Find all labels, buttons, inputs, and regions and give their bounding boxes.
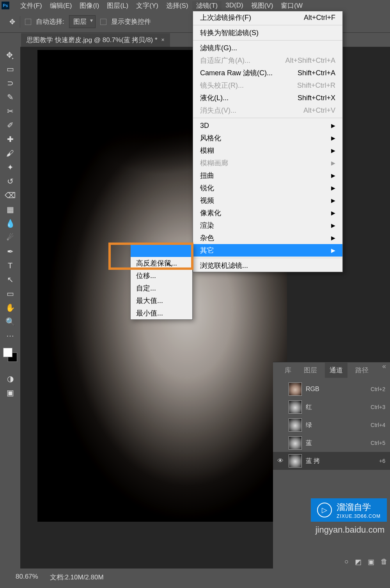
filter-noise[interactable]: 杂色▶ bbox=[193, 232, 342, 244]
save-selection-icon[interactable]: ◩ bbox=[355, 558, 362, 566]
screen-mode[interactable]: ▣ bbox=[3, 387, 18, 398]
zoom-tool[interactable]: 🔍 bbox=[3, 316, 18, 328]
fg-color[interactable] bbox=[3, 348, 12, 357]
menu-file[interactable]: 文件(F) bbox=[16, 1, 46, 10]
watermark-brand: 溜溜自学 bbox=[337, 501, 381, 513]
history-brush-tool[interactable]: ↺ bbox=[3, 175, 18, 187]
load-selection-icon[interactable]: ○ bbox=[344, 558, 349, 566]
menu-filter[interactable]: 滤镜(T) bbox=[192, 1, 222, 10]
filter-other[interactable]: 其它▶ bbox=[193, 244, 342, 257]
color-swatches[interactable] bbox=[3, 348, 17, 362]
filter-blur[interactable]: 模糊▶ bbox=[193, 144, 342, 157]
move-tool[interactable]: ✥▸ bbox=[3, 49, 18, 61]
menubar: Ps 文件(F) 编辑(E) 图像(I) 图层(L) 文字(Y) 选择(S) 滤… bbox=[0, 0, 390, 11]
submenu-offset[interactable]: 位移... bbox=[131, 269, 192, 282]
quick-select-tool[interactable]: ✎ bbox=[3, 91, 18, 103]
menu-3d[interactable]: 3D(D) bbox=[222, 2, 247, 9]
channels-list: RGB Ctrl+2 红 Ctrl+3 绿 Ctrl+4 蓝 Ctrl+5 👁 … bbox=[273, 378, 390, 472]
eyedropper-tool[interactable]: ✐ bbox=[3, 119, 18, 131]
tab-paths[interactable]: 路径 bbox=[351, 363, 373, 378]
trash-icon[interactable]: 🗑 bbox=[381, 558, 388, 566]
clone-tool[interactable]: ✦ bbox=[3, 161, 18, 173]
submenu-highpass[interactable]: 高反差保留... bbox=[131, 257, 192, 269]
channel-red[interactable]: 红 Ctrl+3 bbox=[273, 398, 390, 416]
channel-green[interactable]: 绿 Ctrl+4 bbox=[273, 416, 390, 434]
more-tools[interactable]: ⋯ bbox=[3, 330, 18, 342]
menu-window[interactable]: 窗口(W bbox=[277, 1, 307, 10]
eye-icon[interactable]: 👁 bbox=[276, 457, 285, 464]
filter-cameraraw[interactable]: Camera Raw 滤镜(C)...Shift+Ctrl+A bbox=[193, 67, 342, 79]
auto-select-checkbox[interactable] bbox=[25, 19, 31, 25]
auto-select-label: 自动选择: bbox=[36, 17, 64, 26]
filter-gallery[interactable]: 滤镜库(G)... bbox=[193, 42, 342, 54]
channel-shortcut: Ctrl+2 bbox=[370, 386, 385, 392]
filter-render[interactable]: 渲染▶ bbox=[193, 219, 342, 232]
filter-liquify[interactable]: 液化(L)...Shift+Ctrl+X bbox=[193, 92, 342, 104]
filter-dropdown: 上次滤镜操作(F)Alt+Ctrl+F 转换为智能滤镜(S) 滤镜库(G)...… bbox=[193, 11, 343, 272]
quick-mask[interactable]: ◑ bbox=[3, 373, 18, 384]
show-transform-label: 显示变换控件 bbox=[111, 17, 151, 26]
channel-thumb bbox=[289, 400, 302, 414]
path-select-tool[interactable]: ↖ bbox=[3, 274, 18, 285]
crop-tool[interactable]: ✂ bbox=[3, 105, 18, 117]
tools-panel: ✥▸ ▭ ⊃ ✎ ✂ ✐ ✚ 🖌 ✦ ↺ ⌫ ▦ 💧 ☄ ✒ T ↖ ▭ ✋ 🔍… bbox=[0, 47, 20, 588]
app-logo: Ps bbox=[2, 2, 9, 9]
hand-tool[interactable]: ✋ bbox=[3, 302, 18, 313]
menu-view[interactable]: 视图(V) bbox=[247, 1, 277, 10]
watermark-url: jingyan.baidu.com bbox=[316, 525, 385, 535]
menu-image[interactable]: 图像(I) bbox=[76, 1, 103, 10]
document-tab[interactable]: 思图教学 快速磨皮.jpg @ 80.7%(蓝 拷贝/8) * × bbox=[21, 33, 170, 47]
tab-layers[interactable]: 图层 bbox=[299, 363, 322, 378]
filter-browse-online[interactable]: 浏览联机滤镜... bbox=[193, 259, 342, 272]
submenu-item-0[interactable] bbox=[131, 244, 192, 257]
tab-channels[interactable]: 通道 bbox=[325, 363, 347, 378]
marquee-tool[interactable]: ▭ bbox=[3, 63, 18, 75]
submenu-min[interactable]: 最小值... bbox=[131, 307, 192, 319]
other-submenu: 高反差保留... 位移... 自定... 最大值... 最小值... bbox=[130, 244, 193, 320]
filter-pixelate[interactable]: 像素化▶ bbox=[193, 207, 342, 219]
dodge-tool[interactable]: ☄ bbox=[3, 232, 18, 243]
channel-blue[interactable]: 蓝 Ctrl+5 bbox=[273, 434, 390, 452]
filter-3d[interactable]: 3D▶ bbox=[193, 119, 342, 132]
channel-shortcut: Ctrl+4 bbox=[370, 422, 385, 428]
channel-blue-copy[interactable]: 👁 蓝 拷 +6 bbox=[273, 452, 390, 470]
gradient-tool[interactable]: ▦ bbox=[3, 204, 18, 215]
shape-tool[interactable]: ▭ bbox=[3, 288, 18, 299]
healing-tool[interactable]: ✚ bbox=[3, 133, 18, 145]
lasso-tool[interactable]: ⊃ bbox=[3, 77, 18, 89]
filter-blurgallery: 模糊画廊▶ bbox=[193, 157, 342, 169]
filter-distort[interactable]: 扭曲▶ bbox=[193, 169, 342, 182]
panel-footer: ○ ◩ ▣ 🗑 bbox=[344, 558, 388, 566]
channel-name: 蓝 拷 bbox=[306, 457, 375, 465]
new-channel-icon[interactable]: ▣ bbox=[368, 558, 374, 566]
menu-select[interactable]: 选择(S) bbox=[162, 1, 192, 10]
zoom-level[interactable]: 80.67% bbox=[16, 573, 38, 582]
filter-video[interactable]: 视频▶ bbox=[193, 194, 342, 207]
watermark-sub: ZIXUE.3D66.COM bbox=[337, 514, 381, 519]
tab-library[interactable]: 库 bbox=[280, 363, 296, 378]
pen-tool[interactable]: ✒ bbox=[3, 246, 18, 257]
channel-shortcut: Ctrl+3 bbox=[370, 404, 385, 410]
filter-stylize[interactable]: 风格化▶ bbox=[193, 132, 342, 144]
collapse-icon[interactable]: « bbox=[382, 362, 386, 370]
filter-last[interactable]: 上次滤镜操作(F)Alt+Ctrl+F bbox=[193, 11, 342, 24]
channel-shortcut: Ctrl+5 bbox=[370, 440, 385, 446]
menu-layer[interactable]: 图层(L) bbox=[103, 1, 132, 10]
show-transform-checkbox[interactable] bbox=[100, 19, 106, 25]
eraser-tool[interactable]: ⌫ bbox=[3, 190, 18, 201]
filter-smart[interactable]: 转换为智能滤镜(S) bbox=[193, 27, 342, 39]
watermark: ▷ 溜溜自学 ZIXUE.3D66.COM bbox=[311, 498, 387, 522]
blur-tool[interactable]: 💧 bbox=[3, 218, 18, 229]
menu-type[interactable]: 文字(Y) bbox=[132, 1, 162, 10]
menu-edit[interactable]: 编辑(E) bbox=[46, 1, 76, 10]
filter-sharpen[interactable]: 锐化▶ bbox=[193, 182, 342, 194]
submenu-custom[interactable]: 自定... bbox=[131, 282, 192, 294]
submenu-max[interactable]: 最大值... bbox=[131, 294, 192, 307]
document-tabs: 思图教学 快速磨皮.jpg @ 80.7%(蓝 拷贝/8) * × bbox=[21, 33, 170, 47]
type-tool[interactable]: T bbox=[3, 260, 18, 271]
close-icon[interactable]: × bbox=[161, 37, 165, 43]
layer-select[interactable]: 图层 bbox=[69, 15, 96, 28]
channel-rgb[interactable]: RGB Ctrl+2 bbox=[273, 380, 390, 398]
channel-thumb bbox=[289, 383, 302, 396]
brush-tool[interactable]: 🖌 bbox=[3, 147, 18, 159]
